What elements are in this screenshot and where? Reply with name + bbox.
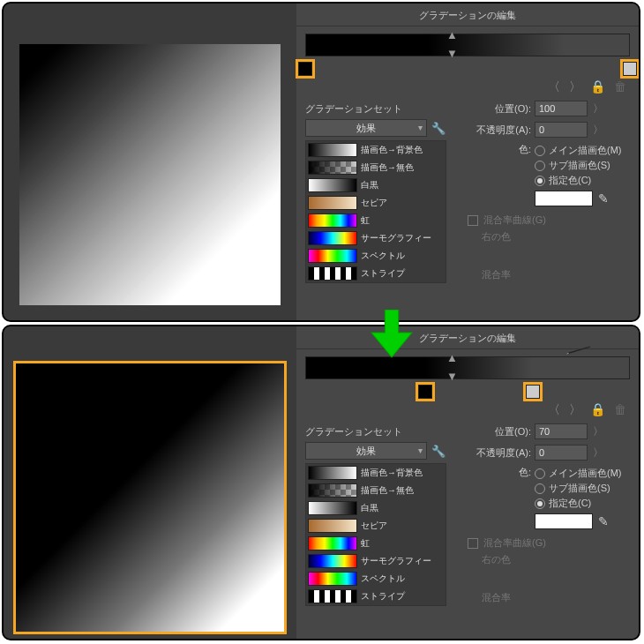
transition-arrow-icon <box>368 310 416 368</box>
gradient-editor-panel-bot: グラデーションの編集 〈 〉 🔒 🗑 グラデーションセット <box>296 326 639 639</box>
color-stop-left[interactable] <box>298 62 312 76</box>
preset-item: 白黒 <box>306 499 446 517</box>
down-icon[interactable]: ▼ <box>446 370 458 383</box>
position-caret-icon[interactable]: 〉 <box>591 101 603 116</box>
next-stop-icon[interactable]: 〉 <box>569 402 581 418</box>
trash-icon[interactable]: 🗑 <box>614 402 626 418</box>
preset-item: セピア <box>306 517 446 535</box>
preset-section-label: グラデーションセット <box>305 425 446 438</box>
mix-rate-label: 混合率 <box>482 591 630 604</box>
color-stop-left[interactable] <box>418 385 432 399</box>
preset-item: 描画色→背景色 <box>306 141 446 159</box>
radio-spec[interactable] <box>535 498 545 509</box>
color-label: 色: <box>459 143 531 156</box>
position-label: 位置(O): <box>459 425 531 438</box>
radio-main[interactable] <box>535 468 545 479</box>
preset-item: 描画色→無色 <box>306 482 446 499</box>
frame-before: グラデーションの編集 〈 〉 🔒 🗑 グラデーションセット 効果 🔧 <box>2 2 640 322</box>
opacity-label: 不透明度(A): <box>459 446 531 460</box>
up-icon[interactable]: ▲ <box>446 351 458 364</box>
preset-list-top[interactable]: 描画色→背景色 描画色→無色 白黒 セピア 虹 サーモグラフィー スペクトル ス… <box>305 140 446 283</box>
svg-marker-1 <box>566 353 569 355</box>
position-input[interactable]: 100 <box>535 101 588 116</box>
trash-icon[interactable]: 🗑 <box>614 79 626 95</box>
stop-toolbar-bot: 〈 〉 🔒 🗑 <box>296 399 639 423</box>
panel-title: グラデーションの編集 <box>296 4 639 26</box>
position-caret-icon[interactable]: 〉 <box>591 424 603 439</box>
eyedropper-icon[interactable]: ✎ <box>598 191 609 206</box>
preset-item: セピア <box>306 194 446 212</box>
color-stop-right[interactable] <box>623 62 637 76</box>
lock-icon[interactable]: 🔒 <box>590 402 605 418</box>
preset-section-label: グラデーションセット <box>305 102 446 116</box>
prev-stop-icon[interactable]: 〈 <box>548 402 560 418</box>
preview-area-top <box>4 4 296 320</box>
preset-item: 描画色→無色 <box>306 159 446 176</box>
gradient-bar-area-bot[interactable] <box>305 356 630 399</box>
preset-item: 描画色→背景色 <box>306 464 446 482</box>
radio-spec[interactable] <box>535 176 545 186</box>
preset-item: スペクトル <box>306 570 446 588</box>
preset-item: ストライプ <box>306 588 446 605</box>
opacity-input[interactable]: 0 <box>535 445 588 461</box>
gradient-bar-top[interactable] <box>305 34 630 56</box>
gradient-preview-top <box>19 44 281 305</box>
gradient-preview-bot <box>16 363 284 632</box>
preset-list-bot[interactable]: 描画色→背景色 描画色→無色 白黒 セピア 虹 サーモグラフィー スペクトル ス… <box>305 463 446 606</box>
wrench-icon[interactable]: 🔧 <box>431 120 446 136</box>
radio-sub[interactable] <box>535 161 545 171</box>
preset-item: 白黒 <box>306 176 446 194</box>
mix-curve-checkbox[interactable] <box>468 538 478 549</box>
radio-sub[interactable] <box>535 483 545 494</box>
preset-item: サーモグラフィー <box>306 229 446 247</box>
stop-toolbar-top: 〈 〉 🔒 🗑 <box>296 76 639 101</box>
preset-item: スペクトル <box>306 247 446 265</box>
mix-rate-label: 混合率 <box>482 268 630 281</box>
radio-main[interactable] <box>535 146 545 156</box>
preset-dropdown[interactable]: 効果 <box>305 119 427 137</box>
color-well[interactable] <box>535 191 593 206</box>
prev-stop-icon[interactable]: 〈 <box>548 79 560 95</box>
gradient-bar-bot[interactable] <box>305 356 630 379</box>
eyedropper-icon[interactable]: ✎ <box>598 514 609 528</box>
panel-title: グラデーションの編集 <box>296 326 639 349</box>
opacity-label: 不透明度(A): <box>459 124 531 137</box>
next-stop-icon[interactable]: 〉 <box>569 79 581 95</box>
color-well[interactable] <box>535 513 593 529</box>
preset-item: 虹 <box>306 212 446 229</box>
position-label: 位置(O): <box>459 102 531 116</box>
lock-icon[interactable]: 🔒 <box>590 79 605 95</box>
opacity-caret-icon[interactable]: 〉 <box>591 446 603 461</box>
preset-dropdown[interactable]: 効果 <box>305 442 427 460</box>
wrench-icon[interactable]: 🔧 <box>431 443 446 459</box>
color-label: 色: <box>459 466 531 479</box>
preset-item: サーモグラフィー <box>306 552 446 570</box>
gradient-editor-panel-top: グラデーションの編集 〈 〉 🔒 🗑 グラデーションセット 効果 🔧 <box>296 4 639 320</box>
mix-curve-checkbox[interactable] <box>468 215 478 226</box>
frame-after: グラデーションの編集 〈 〉 🔒 🗑 グラデーションセット <box>2 325 640 640</box>
position-input[interactable]: 70 <box>535 423 588 439</box>
preset-item: ストライプ <box>306 265 446 282</box>
preset-item: 虹 <box>306 535 446 552</box>
color-stop-right[interactable] <box>526 385 540 399</box>
right-color-label: 右の色 <box>482 553 630 566</box>
right-color-label: 右の色 <box>482 230 630 243</box>
up-icon[interactable]: ▲ <box>446 28 458 41</box>
down-icon[interactable]: ▼ <box>446 47 458 60</box>
opacity-input[interactable]: 0 <box>535 122 588 138</box>
gradient-bar-area-top[interactable] <box>305 34 630 76</box>
opacity-caret-icon[interactable]: 〉 <box>591 123 603 138</box>
preview-area-bot <box>4 326 296 639</box>
